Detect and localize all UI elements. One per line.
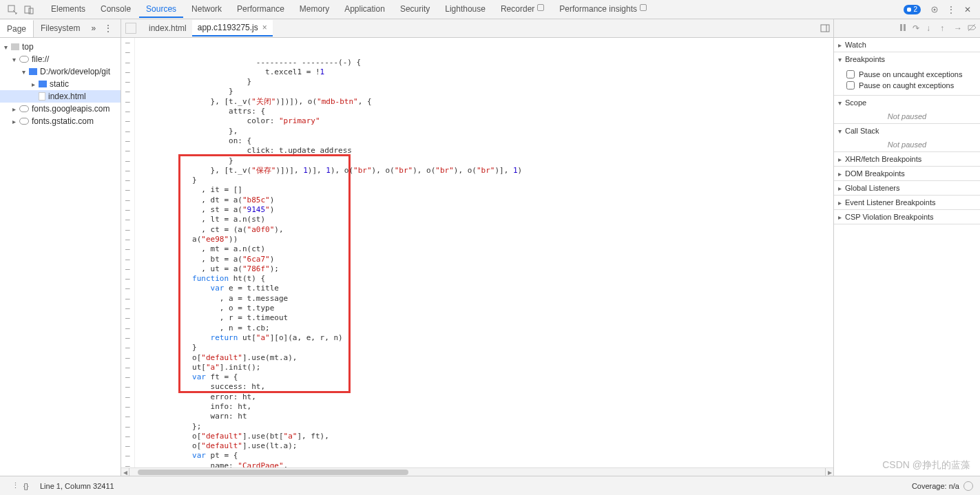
tree-index-html[interactable]: index.html — [0, 90, 121, 103]
hscroll-thumb[interactable] — [138, 470, 408, 475]
section-dom-bp[interactable]: DOM Breakpoints — [834, 167, 980, 181]
close-icon[interactable]: ✕ — [961, 3, 974, 17]
section-scope: Scope Not paused — [834, 96, 980, 124]
pause-uncaught-checkbox[interactable]: Pause on uncaught exceptions — [846, 69, 976, 80]
svg-rect-1 — [25, 6, 30, 13]
tab-elements[interactable]: Elements — [44, 1, 92, 18]
pause-icon[interactable] — [899, 23, 908, 33]
section-breakpoints: Breakpoints Pause on uncaught exceptions… — [834, 52, 980, 96]
settings-icon[interactable] — [928, 3, 941, 17]
deactivate-bp-icon[interactable] — [968, 23, 977, 33]
navigator-tabs: Page Filesystem » ⋮ — [0, 19, 121, 38]
tree-path[interactable]: D:/work/develop/git — [0, 65, 121, 78]
editor-tab-appjs[interactable]: app.c1193275.js× — [192, 20, 273, 36]
tree-static[interactable]: static — [0, 78, 121, 90]
section-csp-bp[interactable]: CSP Violation Breakpoints — [834, 210, 980, 224]
chevron-right-icon — [838, 169, 845, 178]
devtools-toolbar: Elements Console Sources Network Perform… — [0, 0, 980, 19]
chevron-down-icon — [22, 67, 29, 76]
main-area: Page Filesystem » ⋮ top file:// D:/work/… — [0, 19, 980, 476]
section-callstack: Call Stack Not paused — [834, 124, 980, 152]
close-tab-icon[interactable]: × — [262, 23, 267, 32]
chevron-right-icon — [838, 155, 845, 163]
status-bar: ⋮ {} Line 1, Column 32411 Coverage: n/a — [0, 476, 980, 495]
nav-more-icon[interactable]: » — [87, 23, 100, 33]
chevron-down-icon — [838, 55, 845, 63]
file-icon — [39, 92, 45, 101]
chevron-down-icon — [838, 98, 845, 107]
inspect-icon[interactable] — [6, 3, 19, 17]
callstack-not-paused: Not paused — [834, 138, 980, 151]
console-drawer-icon[interactable]: ⋮ — [8, 479, 22, 493]
step-icon[interactable]: → — [954, 23, 963, 33]
chevron-right-icon — [32, 79, 39, 89]
editor-tab-index[interactable]: index.html — [143, 21, 192, 36]
step-over-icon[interactable]: ↷ — [913, 23, 922, 33]
tab-console[interactable]: Console — [94, 1, 138, 18]
cursor-position: Line 1, Column 32411 — [40, 482, 114, 490]
chevron-right-icon — [12, 104, 19, 114]
tree-gstatic[interactable]: fonts.gstatic.com — [0, 115, 121, 127]
tab-network[interactable]: Network — [185, 1, 229, 18]
navigator-pane: Page Filesystem » ⋮ top file:// D:/work/… — [0, 19, 121, 476]
svg-rect-7 — [900, 24, 902, 31]
nav-tab-page[interactable]: Page — [0, 20, 34, 37]
chevron-right-icon — [838, 41, 845, 49]
toggle-sidebar-icon[interactable] — [818, 21, 832, 35]
folder-icon — [29, 68, 37, 75]
section-event-bp[interactable]: Event Listener Breakpoints — [834, 196, 980, 210]
tree-googleapis[interactable]: fonts.googleapis.com — [0, 103, 121, 115]
chevron-right-icon — [838, 184, 845, 192]
chevron-right-icon — [838, 198, 845, 207]
section-watch[interactable]: Watch — [834, 38, 980, 52]
tab-sources[interactable]: Sources — [139, 1, 183, 18]
section-xhr[interactable]: XHR/fetch Breakpoints — [834, 152, 980, 167]
show-navigator-icon[interactable] — [125, 23, 136, 34]
chevron-right-icon — [12, 116, 19, 126]
nav-tab-filesystem[interactable]: Filesystem — [34, 20, 87, 36]
tab-perf-insights[interactable]: Performance insights — [552, 1, 654, 18]
pretty-print-icon[interactable]: {} — [23, 482, 34, 490]
scope-not-paused: Not paused — [834, 109, 980, 123]
step-into-icon[interactable]: ↓ — [926, 23, 936, 33]
chevron-down-icon — [4, 42, 11, 52]
tab-recorder[interactable]: Recorder — [494, 1, 551, 18]
beta-icon — [537, 4, 544, 11]
section-global-listeners[interactable]: Global Listeners — [834, 181, 980, 196]
coverage-reload-icon[interactable] — [963, 481, 973, 491]
panel-tabs: Elements Console Sources Network Perform… — [44, 1, 654, 18]
svg-point-4 — [934, 8, 936, 10]
tree-top[interactable]: top — [0, 41, 121, 53]
cloud-icon — [19, 118, 29, 125]
editor-tabs: index.html app.c1193275.js× — [121, 19, 833, 38]
nav-menu-icon[interactable]: ⋮ — [100, 23, 116, 33]
frame-icon — [11, 43, 19, 50]
code-area[interactable]: --------- --------(-) { t.excel1 = !1 } … — [135, 38, 833, 467]
tab-performance[interactable]: Performance — [230, 1, 291, 18]
cloud-icon — [19, 105, 29, 112]
tab-memory[interactable]: Memory — [293, 1, 336, 18]
coverage-label: Coverage: n/a — [912, 482, 959, 490]
step-out-icon[interactable]: ↑ — [940, 23, 950, 33]
file-tree: top file:// D:/work/develop/git static i… — [0, 38, 121, 476]
more-icon[interactable]: ⋮ — [944, 3, 958, 17]
gutter: – – – – – – – – – – – – – – – – – – – – … — [121, 38, 135, 467]
chevron-down-icon — [838, 127, 845, 135]
editor-body[interactable]: – – – – – – – – – – – – – – – – – – – – … — [121, 38, 833, 467]
error-badge[interactable]: 2 — [904, 5, 921, 14]
svg-rect-5 — [821, 25, 829, 32]
chevron-right-icon — [838, 213, 845, 221]
editor-pane: index.html app.c1193275.js× – – – – – – … — [121, 19, 834, 476]
svg-rect-8 — [904, 24, 906, 31]
debugger-pane: ↷ ↓ ↑ → Watch Breakpoints Pause on uncau… — [834, 19, 980, 476]
tab-application[interactable]: Application — [337, 1, 392, 18]
chevron-down-icon — [12, 54, 19, 64]
tree-file-origin[interactable]: file:// — [0, 53, 121, 65]
cloud-icon — [19, 56, 29, 63]
pause-caught-checkbox[interactable]: Pause on caught exceptions — [846, 80, 976, 91]
device-toggle-icon[interactable] — [22, 3, 36, 17]
tab-lighthouse[interactable]: Lighthouse — [438, 1, 492, 18]
beta-icon — [640, 4, 647, 11]
editor-hscrollbar[interactable]: ◂ ▸ — [121, 467, 833, 476]
tab-security[interactable]: Security — [393, 1, 437, 18]
